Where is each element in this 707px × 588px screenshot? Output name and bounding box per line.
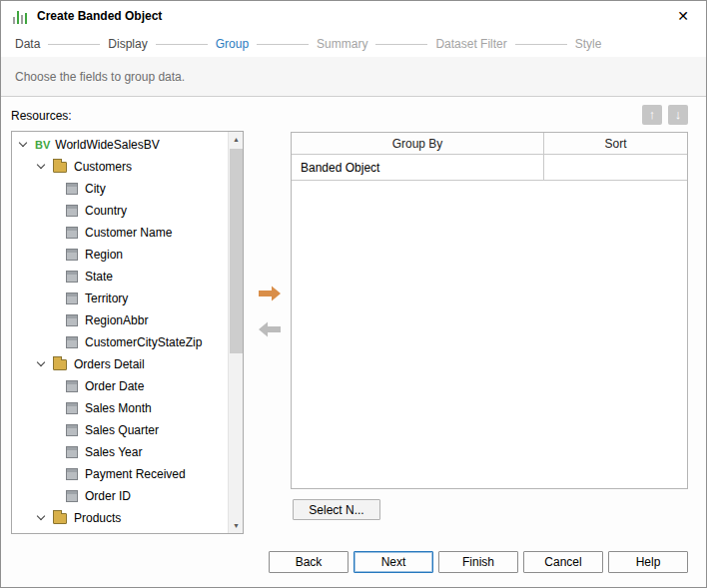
- tree-folder-label: Orders Detail: [74, 357, 145, 371]
- column-header-sort: Sort: [543, 133, 687, 154]
- column-header-group-by: Group By: [292, 133, 543, 154]
- chevron-down-icon[interactable]: [37, 358, 45, 366]
- step-separator: [156, 44, 208, 45]
- tree-root-label: WorldWideSalesBV: [55, 138, 159, 152]
- tree-item-label: Sales Year: [85, 445, 142, 459]
- sort-cell[interactable]: [543, 155, 687, 180]
- tree-folder-products[interactable]: Products: [12, 507, 228, 529]
- tree-item[interactable]: Sales Quarter: [12, 419, 228, 441]
- step-group[interactable]: Group: [216, 37, 249, 51]
- scroll-up-icon[interactable]: ▲: [229, 132, 244, 147]
- tree-folder-orders-detail[interactable]: Orders Detail: [12, 353, 228, 375]
- arrow-left-icon: [257, 320, 283, 338]
- folder-icon: [53, 513, 67, 524]
- tree-item[interactable]: Territory: [12, 288, 228, 309]
- finish-button[interactable]: Finish: [438, 551, 518, 573]
- arrow-right-icon: [257, 285, 283, 302]
- add-field-arrow-right-icon[interactable]: [257, 285, 283, 302]
- app-chart-icon: [13, 9, 29, 24]
- tree-item-label: Region: [85, 248, 123, 262]
- scroll-down-icon[interactable]: ▼: [229, 518, 244, 533]
- step-summary[interactable]: Summary: [317, 37, 367, 51]
- table-header-row: Group By Sort: [292, 133, 687, 155]
- tree-item-label: Territory: [85, 292, 128, 305]
- tree-item-label: City: [85, 182, 106, 196]
- field-icon: [66, 446, 78, 458]
- field-icon: [66, 490, 78, 502]
- next-button[interactable]: Next: [354, 551, 433, 573]
- tree-item[interactable]: RegionAbbr: [12, 309, 228, 331]
- tree-item[interactable]: Order ID: [12, 485, 228, 507]
- cancel-button[interactable]: Cancel: [523, 551, 603, 573]
- move-up-icon[interactable]: ↑: [642, 105, 662, 125]
- step-separator: [515, 44, 567, 45]
- tree-item[interactable]: Sales Year: [12, 441, 228, 463]
- tree-item-label: Country: [85, 204, 127, 218]
- tree-item-label: Payment Received: [85, 467, 186, 481]
- help-button[interactable]: Help: [608, 551, 688, 573]
- tree-item-label: CustomerCityStateZip: [85, 335, 202, 349]
- create-banded-object-dialog: Create Banded Object ✕ Data Display Grou…: [0, 0, 707, 588]
- group-by-cell[interactable]: Banded Object: [292, 155, 543, 180]
- step-display[interactable]: Display: [108, 37, 147, 51]
- folder-icon: [53, 162, 67, 173]
- move-down-icon[interactable]: ↓: [668, 105, 688, 125]
- select-n-button[interactable]: Select N...: [293, 499, 380, 520]
- tree-folder-customers[interactable]: Customers: [12, 156, 228, 178]
- tree-item[interactable]: State: [12, 266, 228, 288]
- field-icon: [66, 227, 78, 239]
- reorder-buttons: ↑ ↓: [642, 105, 688, 125]
- tree-item-label: Order Date: [85, 379, 144, 393]
- field-icon: [66, 249, 78, 261]
- step-description: Choose the fields to group data.: [1, 57, 706, 97]
- tree-item-label: Customer Name: [85, 226, 172, 240]
- tree-item[interactable]: Order Date: [12, 375, 228, 397]
- field-icon: [66, 336, 78, 348]
- chevron-down-icon[interactable]: [37, 161, 45, 169]
- chevron-down-icon[interactable]: [19, 139, 27, 147]
- tree-item[interactable]: Region: [12, 244, 228, 266]
- step-description-text: Choose the fields to group data.: [15, 70, 185, 84]
- tree-folder-label: Products: [74, 511, 121, 525]
- field-icon: [66, 205, 78, 217]
- step-separator: [48, 44, 100, 45]
- field-icon: [66, 183, 78, 195]
- step-dataset-filter[interactable]: Dataset Filter: [435, 37, 506, 51]
- tree-item-label: RegionAbbr: [85, 313, 148, 327]
- tree-scrollbar[interactable]: ▲ ▼: [228, 132, 243, 533]
- tree-item[interactable]: Customer Name: [12, 222, 228, 244]
- resources-label: Resources:: [11, 109, 72, 123]
- step-separator: [375, 44, 427, 45]
- tree-item[interactable]: City: [12, 178, 228, 200]
- back-button[interactable]: Back: [269, 551, 349, 573]
- step-style[interactable]: Style: [575, 37, 602, 51]
- title-bar: Create Banded Object ✕: [1, 1, 706, 31]
- scrollbar-thumb[interactable]: [230, 149, 243, 353]
- transfer-controls: [252, 285, 288, 338]
- folder-icon: [53, 359, 67, 370]
- table-row[interactable]: Banded Object: [292, 155, 687, 181]
- step-data[interactable]: Data: [15, 37, 40, 51]
- resources-tree: BV WorldWideSalesBV Customers City Count…: [12, 132, 228, 533]
- field-icon: [66, 380, 78, 392]
- field-icon: [66, 424, 78, 436]
- tree-item-label: State: [85, 270, 113, 284]
- tree-item[interactable]: Sales Month: [12, 397, 228, 419]
- close-icon[interactable]: ✕: [672, 5, 694, 27]
- tree-item[interactable]: Payment Received: [12, 463, 228, 485]
- tree-item-label: Sales Quarter: [85, 423, 159, 437]
- resources-tree-panel: BV WorldWideSalesBV Customers City Count…: [11, 131, 244, 534]
- dialog-buttons: Back Next Finish Cancel Help: [269, 551, 688, 573]
- chevron-down-icon[interactable]: [37, 512, 45, 520]
- tree-item[interactable]: Country: [12, 200, 228, 222]
- field-icon: [66, 271, 78, 283]
- tree-root-worldwidesalesbv[interactable]: BV WorldWideSalesBV: [12, 134, 228, 156]
- dialog-title: Create Banded Object: [37, 9, 162, 23]
- tree-item[interactable]: CustomerCityStateZip: [12, 331, 228, 353]
- remove-field-arrow-left-icon[interactable]: [257, 320, 283, 338]
- field-icon: [66, 314, 78, 326]
- step-separator: [257, 44, 309, 45]
- wizard-steps: Data Display Group Summary Dataset Filte…: [1, 31, 706, 57]
- tree-folder-label: Customers: [74, 160, 132, 174]
- group-by-table: Group By Sort Banded Object: [291, 132, 688, 489]
